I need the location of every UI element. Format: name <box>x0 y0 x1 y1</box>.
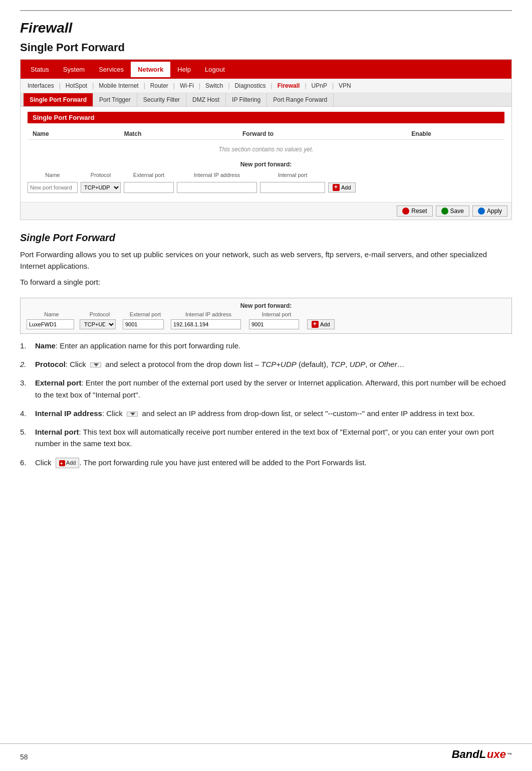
subnav-hotspot[interactable]: HotSpot <box>62 81 91 91</box>
small-input-intport[interactable] <box>249 319 299 329</box>
subnav-interfaces[interactable]: Interfaces <box>24 81 58 91</box>
subnav-upnp[interactable]: UPnP <box>308 81 331 91</box>
section-heading: Single Port Forward <box>20 41 512 54</box>
tab-dmz-host[interactable]: DMZ Host <box>186 93 226 106</box>
footer-trademark: ™ <box>507 752 512 757</box>
select-protocol[interactable]: TCP+UDP TCP UDP Other... <box>81 182 121 193</box>
small-select-protocol[interactable]: TCP+UDP TCP UDP Other... <box>80 319 116 329</box>
desc-para-1: Port Forwarding allows you to set up pub… <box>20 249 512 272</box>
action-row: Reset Save Apply <box>21 202 511 220</box>
th-enable: Enable <box>338 130 504 137</box>
footer-brand-luxe: uxe <box>487 748 506 761</box>
sep1: | <box>58 82 62 89</box>
input-external-port[interactable] <box>124 182 174 193</box>
subnav-firewall[interactable]: Firewall <box>274 81 304 91</box>
sub-nav: Interfaces | HotSpot | Mobile Internet |… <box>21 79 511 93</box>
sep2: | <box>91 82 95 89</box>
description-section: Single Port Forward Port Forwarding allo… <box>20 232 512 468</box>
input-internal-port[interactable] <box>260 182 325 193</box>
list-num-6: 6. <box>20 457 35 468</box>
tab-port-range-forward[interactable]: Port Range Forward <box>267 93 334 106</box>
tab-ip-filtering[interactable]: IP Filtering <box>226 93 267 106</box>
content-section-title: Single Port Forward <box>28 112 504 123</box>
dropdown-arrow-indicator-2 <box>127 412 138 417</box>
arrow-down-icon-2 <box>130 413 135 416</box>
inline-add-icon <box>59 460 65 466</box>
add-button[interactable]: Add <box>328 182 356 192</box>
list-num-3: 3. <box>20 377 35 389</box>
save-button[interactable]: Save <box>436 206 469 217</box>
form-label-internal-port: Internal port <box>260 172 325 178</box>
nav-bar: Status System Services Network Help Logo… <box>21 60 511 79</box>
form-label-external-port: External port <box>124 172 174 178</box>
nav-status[interactable]: Status <box>24 62 56 77</box>
reset-icon <box>402 208 409 215</box>
list-num-4: 4. <box>20 408 35 419</box>
nav-help[interactable]: Help <box>170 62 198 77</box>
small-form-row: TCP+UDP TCP UDP Other... Add <box>27 319 505 329</box>
inline-add-btn: Add <box>56 458 80 468</box>
small-th-intip: Internal IP address <box>171 311 246 317</box>
input-internal-ip[interactable] <box>177 182 257 193</box>
sep5: | <box>198 82 201 89</box>
content-area: Single Port Forward Name Match Forward t… <box>21 107 511 202</box>
small-new-port-label: New port forward: <box>27 302 505 309</box>
nav-system[interactable]: System <box>56 62 92 77</box>
table-header-row: Name Match Forward to Enable <box>28 128 504 140</box>
list-num-5: 5. <box>20 426 35 438</box>
small-form-header-row: Name Protocol External port Internal IP … <box>27 311 505 317</box>
small-add-icon <box>312 321 319 328</box>
form-labels-row: Name Protocol External port Internal IP … <box>28 170 504 180</box>
list-num-2: 2. <box>20 358 35 370</box>
list-item-6: 6. Click Add. The port forwarding rule y… <box>20 457 512 469</box>
th-forward: Forward to <box>178 130 338 137</box>
form-inputs-row: TCP+UDP TCP UDP Other... Add <box>28 180 504 195</box>
subnav-router[interactable]: Router <box>146 81 172 91</box>
nav-services[interactable]: Services <box>92 62 131 77</box>
arrow-down-icon <box>94 363 99 366</box>
reset-button[interactable]: Reset <box>397 206 432 217</box>
sep7: | <box>270 82 274 89</box>
nav-logout[interactable]: Logout <box>198 62 232 77</box>
list-text-2: Protocol: Click and select a protocol fr… <box>35 358 512 370</box>
list-item-4: 4. Internal IP address: Click and select… <box>20 408 512 419</box>
form-label-internal-ip: Internal IP address <box>177 172 257 178</box>
apply-label: Apply <box>487 208 502 215</box>
subnav-diagnostics[interactable]: Diagnostics <box>231 81 270 91</box>
instructions-list: 1. Name: Enter an application name for t… <box>20 340 512 468</box>
footer: 58 BandLuxe™ <box>0 743 532 761</box>
add-label: Add <box>341 184 351 190</box>
screenshot-container: Status System Services Network Help Logo… <box>20 59 512 220</box>
desc-para-2: To forward a single port: <box>20 276 512 288</box>
footer-brand: BandLuxe™ <box>452 748 512 761</box>
footer-page-number: 58 <box>20 753 28 761</box>
nav-network[interactable]: Network <box>131 62 170 77</box>
sep6: | <box>227 82 230 89</box>
small-th-protocol: Protocol <box>80 311 120 317</box>
tab-single-port-forward[interactable]: Single Port Forward <box>24 93 93 106</box>
small-screenshot: New port forward: Name Protocol External… <box>20 298 512 334</box>
subnav-vpn[interactable]: VPN <box>335 81 355 91</box>
small-input-intip[interactable] <box>171 319 241 329</box>
subnav-mobile-internet[interactable]: Mobile Internet <box>95 81 142 91</box>
apply-button[interactable]: Apply <box>472 206 507 217</box>
form-label-protocol: Protocol <box>81 172 121 178</box>
tab-security-filter[interactable]: Security Filter <box>137 93 186 106</box>
small-add-button[interactable]: Add <box>307 319 335 329</box>
list-text-3: External port: Enter the port number of … <box>35 377 512 401</box>
apply-icon <box>478 208 485 215</box>
list-item-2: 2. Protocol: Click and select a protocol… <box>20 358 512 370</box>
input-name[interactable] <box>28 182 78 193</box>
tabs-row: Single Port Forward Port Trigger Securit… <box>21 93 511 107</box>
subnav-wifi[interactable]: Wi-Fi <box>176 81 198 91</box>
small-input-extport[interactable] <box>123 319 164 329</box>
tab-port-trigger[interactable]: Port Trigger <box>93 93 137 106</box>
subnav-switch[interactable]: Switch <box>201 81 227 91</box>
sep4: | <box>172 82 176 89</box>
list-text-5: Internal port: This text box will automa… <box>35 426 512 450</box>
small-input-name[interactable] <box>27 319 74 329</box>
th-match: Match <box>88 130 178 137</box>
small-th-extport: External port <box>123 311 168 317</box>
small-th-name: Name <box>27 311 77 317</box>
desc-heading: Single Port Forward <box>20 232 512 244</box>
